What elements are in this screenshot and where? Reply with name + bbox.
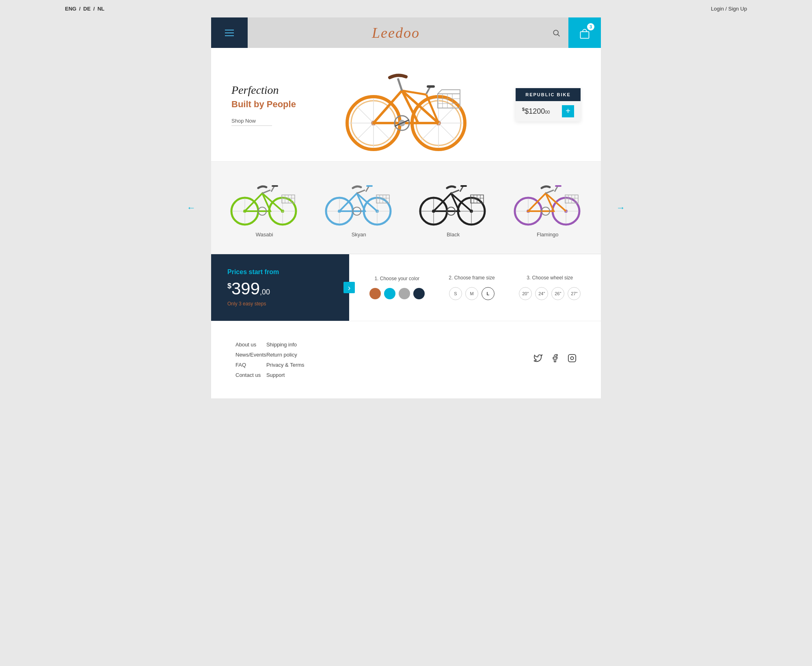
prices-from-text: Prices start from bbox=[227, 268, 333, 276]
svg-rect-82 bbox=[568, 355, 576, 362]
footer-privacy-terms[interactable]: Privacy & Terms bbox=[266, 362, 304, 368]
hero-bike-image bbox=[337, 58, 475, 151]
wheel-config-group: 3. Choose wheel size 20" 24" 26" 27" bbox=[519, 275, 581, 300]
main-container: Leedoo 3 Perfection Built by People Shop… bbox=[211, 17, 601, 398]
add-to-cart-button[interactable]: + bbox=[562, 105, 574, 117]
hero-section: Perfection Built by People Shop Now bbox=[211, 48, 601, 162]
logo-area: Leedoo bbox=[248, 17, 544, 48]
configure-price: $399,00 bbox=[227, 279, 333, 298]
hero-title-bold: Built by People bbox=[231, 99, 296, 110]
hero-title-script: Perfection bbox=[231, 84, 296, 97]
skyan-label: Skyan bbox=[352, 231, 366, 238]
footer-support[interactable]: Support bbox=[266, 372, 304, 378]
twitter-icon[interactable] bbox=[533, 354, 542, 365]
carousel-next-button[interactable]: → bbox=[616, 203, 625, 213]
cart-icon bbox=[579, 29, 590, 40]
wasabi-bike-svg bbox=[228, 178, 301, 227]
footer-return-policy[interactable]: Return policy bbox=[266, 352, 304, 358]
svg-rect-2 bbox=[581, 32, 589, 38]
frame-size-m[interactable]: M bbox=[465, 287, 478, 300]
carousel-item-skyan[interactable]: Skyan bbox=[322, 178, 395, 238]
hero-bike-svg bbox=[337, 58, 475, 151]
wheel-size-24[interactable]: 24" bbox=[535, 287, 548, 300]
frame-size-l[interactable]: L bbox=[482, 287, 495, 300]
flamingo-bike-image bbox=[511, 178, 584, 227]
flamingo-bike-svg bbox=[511, 178, 584, 227]
footer-faq[interactable]: FAQ bbox=[235, 362, 266, 368]
color-config-group: 1. Choose your color bbox=[369, 276, 425, 299]
facebook-icon[interactable] bbox=[551, 354, 559, 365]
wheel-size-26[interactable]: 26" bbox=[551, 287, 564, 300]
top-bar: ENG / DE / NL Login / Sign Up bbox=[0, 0, 812, 17]
configure-right-panel: 1. Choose your color 2. Choose frame siz… bbox=[349, 254, 601, 321]
skyan-bike-svg bbox=[322, 178, 395, 227]
black-bike-image bbox=[417, 178, 490, 227]
shop-now-link[interactable]: Shop Now bbox=[231, 118, 272, 126]
footer-col-2: Shipping info Return policy Privacy & Te… bbox=[266, 342, 304, 378]
bike-carousel: ← bbox=[211, 162, 601, 254]
cart-badge: 3 bbox=[587, 23, 594, 30]
configure-left-panel: Prices start from $399,00 Only 3 easy st… bbox=[211, 254, 349, 321]
wheel-size-20[interactable]: 20" bbox=[519, 287, 532, 300]
black-label: Black bbox=[447, 231, 460, 238]
price-card-body: $$120000 + bbox=[516, 101, 581, 121]
frame-size-options: S M L bbox=[449, 287, 495, 300]
language-selector[interactable]: ENG / DE / NL bbox=[65, 6, 104, 12]
frame-size-s[interactable]: S bbox=[449, 287, 462, 300]
wheel-config-title: 3. Choose wheel size bbox=[527, 275, 573, 281]
wasabi-bike-image bbox=[228, 178, 301, 227]
color-gray[interactable] bbox=[399, 288, 410, 299]
search-icon bbox=[552, 29, 560, 37]
svg-line-1 bbox=[558, 34, 560, 36]
price-value: $1200 bbox=[525, 107, 545, 115]
footer-col-1: About us News/Events FAQ Contact us bbox=[235, 342, 266, 378]
hero-text: Perfection Built by People Shop Now bbox=[231, 84, 296, 126]
color-config-title: 1. Choose your color bbox=[374, 276, 419, 281]
carousel-item-black[interactable]: Black bbox=[417, 178, 490, 238]
search-button[interactable] bbox=[544, 17, 568, 48]
color-orange[interactable] bbox=[369, 288, 381, 299]
login-signup-link[interactable]: Login / Sign Up bbox=[711, 6, 747, 12]
hamburger-icon bbox=[225, 30, 234, 36]
social-icons bbox=[533, 342, 577, 365]
footer-contact-us[interactable]: Contact us bbox=[235, 372, 266, 378]
price-cents: 00 bbox=[545, 110, 550, 115]
header: Leedoo 3 bbox=[211, 17, 601, 48]
lang-nl[interactable]: NL bbox=[97, 6, 104, 12]
color-options bbox=[369, 288, 425, 299]
menu-button[interactable] bbox=[211, 17, 248, 48]
footer-about-us[interactable]: About us bbox=[235, 342, 266, 348]
black-bike-svg bbox=[417, 178, 490, 227]
cart-button[interactable]: 3 bbox=[568, 17, 601, 48]
price-display: $$120000 bbox=[522, 107, 550, 116]
color-blue[interactable] bbox=[384, 288, 395, 299]
product-name: REPUBLIC BIKE bbox=[516, 88, 581, 101]
footer-news-events[interactable]: News/Events bbox=[235, 352, 266, 358]
flamingo-label: Flamingo bbox=[537, 231, 558, 238]
carousel-items: Wasabi bbox=[219, 178, 593, 238]
skyan-bike-image bbox=[322, 178, 395, 227]
svg-point-0 bbox=[553, 30, 558, 35]
frame-config-title: 2. Choose frame size bbox=[449, 275, 495, 281]
carousel-prev-button[interactable]: ← bbox=[187, 203, 196, 213]
carousel-item-wasabi[interactable]: Wasabi bbox=[228, 178, 301, 238]
price-card: REPUBLIC BIKE $$120000 + bbox=[516, 88, 581, 121]
lang-de[interactable]: DE bbox=[83, 6, 91, 12]
instagram-icon[interactable] bbox=[568, 354, 577, 365]
lang-eng[interactable]: ENG bbox=[65, 6, 76, 12]
color-navy[interactable] bbox=[413, 288, 425, 299]
wheel-size-options: 20" 24" 26" 27" bbox=[519, 287, 581, 300]
wheel-size-27[interactable]: 27" bbox=[568, 287, 581, 300]
wasabi-label: Wasabi bbox=[256, 231, 273, 238]
logo[interactable]: Leedoo bbox=[372, 24, 420, 41]
footer-shipping-info[interactable]: Shipping info bbox=[266, 342, 304, 348]
frame-config-group: 2. Choose frame size S M L bbox=[449, 275, 495, 300]
footer: About us News/Events FAQ Contact us Ship… bbox=[211, 321, 601, 398]
carousel-item-flamingo[interactable]: Flamingo bbox=[511, 178, 584, 238]
easy-steps-text: Only 3 easy steps bbox=[227, 301, 333, 307]
configure-section: Prices start from $399,00 Only 3 easy st… bbox=[211, 254, 601, 321]
